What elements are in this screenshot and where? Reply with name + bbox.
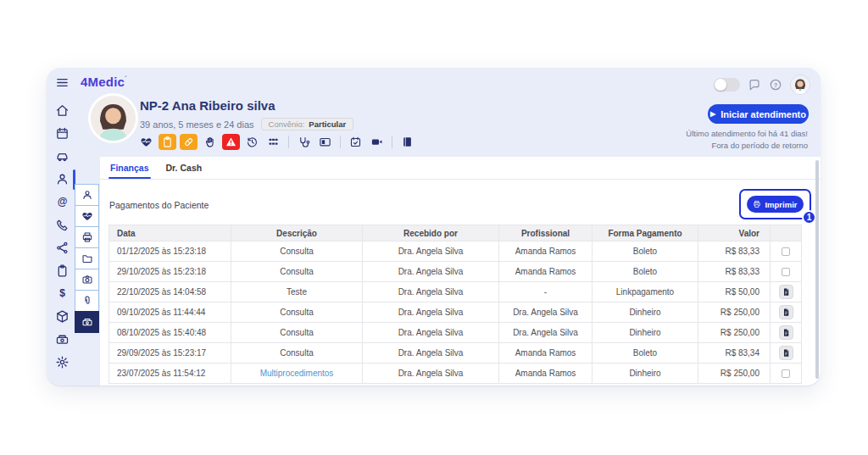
toolbar-item-cash[interactable] (75, 311, 99, 333)
vertical-scrollbar[interactable] (815, 160, 819, 379)
cell-descricao: Consulta (231, 262, 363, 282)
cell-forma-pagamento: Dinheiro (593, 363, 698, 384)
cell-profissional: Dra. Angela Silva (499, 323, 593, 343)
calendar-check-icon (349, 136, 362, 148)
cell-data: 08/10/2025 às 15:40:48 (109, 323, 231, 343)
sidebar-item-dollar[interactable]: $ (53, 286, 70, 301)
home-icon (55, 103, 70, 118)
stethoscope-icon (298, 136, 310, 148)
sidebar-item-share[interactable] (53, 241, 70, 255)
toolbar-item-paperclip[interactable] (75, 290, 99, 312)
table-row: 08/10/2025 às 15:40:48 Consulta Dra. Ang… (109, 323, 802, 343)
tab-1[interactable]: Dr. Cash (166, 163, 203, 179)
receipt-icon (782, 308, 791, 317)
convenio-label: Convênio: (269, 119, 305, 129)
sidebar-item-phone[interactable] (53, 218, 70, 232)
divider (340, 136, 341, 148)
table-header-row: DataDescriçãoRecebido porProfissionalFor… (109, 225, 802, 241)
user-avatar[interactable] (790, 75, 810, 95)
row-checkbox[interactable] (782, 268, 790, 276)
quick-icon-alert-triangle[interactable] (222, 134, 240, 150)
clipboard-icon (161, 136, 174, 148)
quick-icon-clipboard[interactable] (159, 134, 176, 150)
tab-bar: FinançasDr. Cash (100, 157, 821, 180)
toolbar-item-folder[interactable] (75, 247, 99, 269)
app-logo: 4Medic´ (81, 75, 127, 89)
table-header-5: Valor (698, 225, 771, 241)
print-button[interactable]: Imprimir (747, 196, 804, 213)
table-header-0: Data (109, 225, 231, 241)
table-header-4: Forma Pagamento (593, 225, 698, 241)
heart-pulse-icon (140, 136, 153, 148)
quick-icon-hand[interactable] (201, 134, 219, 150)
annotation-badge-1: 1 (802, 210, 816, 225)
receipt-button[interactable] (779, 285, 793, 299)
toolbar-item-camera[interactable] (75, 269, 99, 291)
table-header-6 (771, 225, 802, 241)
cell-action (771, 363, 802, 384)
row-checkbox[interactable] (782, 369, 790, 378)
theme-toggle[interactable] (714, 78, 740, 92)
paperclip-icon (81, 295, 93, 307)
cell-profissional: Amanda Ramos (499, 241, 593, 262)
quick-icon-pill[interactable] (180, 134, 198, 150)
cash-icon (55, 332, 70, 347)
hand-icon (203, 136, 216, 148)
sidebar-item-home[interactable] (53, 103, 70, 118)
sidebar-nav: @$ (47, 68, 77, 386)
sidebar-item-cash[interactable] (53, 332, 70, 347)
toolbar-item-printer[interactable] (75, 226, 99, 248)
sidebar-item-package[interactable] (53, 309, 70, 324)
quick-icon-heart-pulse[interactable] (137, 134, 155, 150)
tab-0[interactable]: Finanças (110, 163, 149, 179)
receipt-icon (782, 328, 791, 337)
cell-recebido-por: Dra. Angela Silva (363, 363, 499, 384)
dollar-icon: $ (55, 286, 70, 301)
patient-meta: 39 anos, 5 meses e 24 dias Convênio: Par… (140, 118, 353, 130)
convenio-value: Particular (309, 119, 346, 129)
quick-icon-stethoscope[interactable] (295, 134, 313, 150)
sidebar-item-car[interactable] (53, 149, 70, 164)
chat-icon[interactable] (748, 78, 761, 92)
sidebar-item-at-sign[interactable]: @ (53, 195, 70, 209)
video-camera-icon (370, 136, 383, 148)
sidebar-item-person[interactable] (53, 172, 70, 186)
cell-forma-pagamento: Boleto (593, 343, 698, 363)
divider (392, 136, 392, 148)
start-appointment-button[interactable]: ▶ Iniciar atendimento (708, 104, 809, 124)
row-checkbox[interactable] (782, 247, 790, 256)
receipt-button[interactable] (779, 346, 793, 360)
toolbar-item-heart-pulse[interactable] (75, 205, 99, 227)
table-header-2: Recebido por (363, 225, 499, 241)
quick-icon-calendar-check[interactable] (347, 134, 364, 150)
sidebar-item-gear[interactable] (53, 355, 70, 369)
quick-icon-grid[interactable] (264, 134, 282, 150)
topbar-actions: ? (714, 75, 810, 95)
quick-icon-id-card[interactable] (316, 134, 334, 150)
toolbar-item-person[interactable] (75, 184, 99, 206)
cell-action (771, 302, 802, 323)
cell-recebido-por: Dra. Angela Silva (363, 241, 499, 262)
quick-icon-video-camera[interactable] (368, 134, 386, 150)
printer-icon (753, 200, 761, 208)
help-icon[interactable]: ? (769, 78, 782, 92)
start-appointment-label: Iniciar atendimento (721, 109, 806, 119)
sidebar-item-calendar[interactable] (53, 126, 70, 141)
content-panel: FinançasDr. Cash Pagamentos do Paciente … (100, 157, 821, 386)
receipt-button[interactable] (779, 305, 793, 319)
cell-data: 29/10/2025 às 15:23:18 (109, 262, 231, 282)
table-header-3: Profissional (499, 225, 593, 241)
quick-icon-history[interactable] (243, 134, 261, 150)
patient-age: 39 anos, 5 meses e 24 dias (140, 119, 254, 130)
cell-data: 29/09/2025 às 15:23:17 (109, 343, 231, 363)
cell-descricao[interactable]: Multiprocedimentos (231, 363, 363, 384)
cell-action (771, 262, 802, 282)
last-visit-line2: Fora do período de retorno (686, 140, 808, 152)
sidebar-item-clipboard[interactable] (53, 264, 70, 278)
quick-icon-book[interactable] (398, 134, 416, 150)
sidebar-item-menu[interactable] (53, 75, 70, 90)
section-title: Pagamentos do Paciente (109, 200, 209, 210)
logo-rest: edic (98, 75, 125, 89)
cell-descricao: Teste (231, 282, 363, 302)
receipt-button[interactable] (779, 325, 793, 340)
